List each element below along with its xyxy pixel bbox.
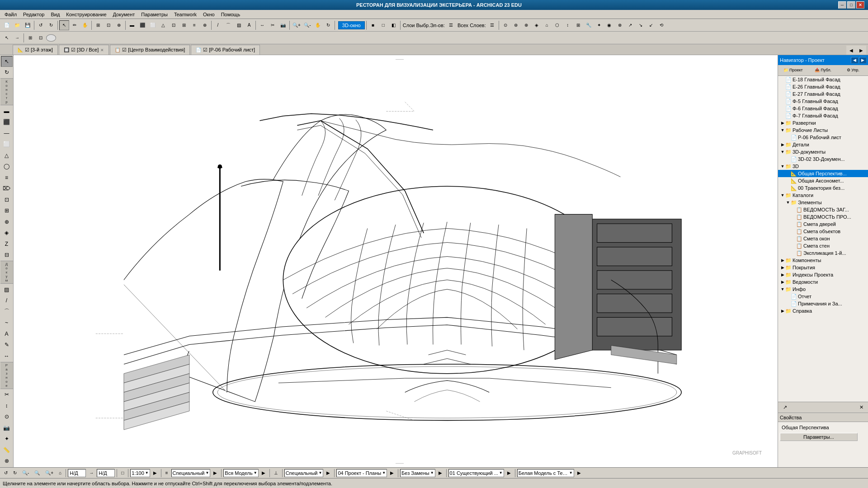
tool-text[interactable]: A bbox=[1, 328, 13, 339]
hand-tool[interactable]: ✋ bbox=[80, 20, 90, 30]
tool-door[interactable]: ⊡ bbox=[1, 194, 13, 205]
pen-next-button[interactable]: ▶ bbox=[324, 469, 332, 478]
tool-wall[interactable]: ▬ bbox=[1, 106, 13, 117]
save-btn[interactable]: 💾 bbox=[23, 20, 33, 30]
tool-stair[interactable]: ≡ bbox=[1, 172, 13, 183]
tool-sun[interactable]: ✦ bbox=[1, 434, 13, 445]
rnav-project[interactable]: 📁 Проект bbox=[778, 65, 808, 75]
tree-expand-icon[interactable]: ▼ bbox=[780, 192, 785, 198]
tree-item[interactable]: 📋Смета стен bbox=[778, 242, 868, 249]
story-next-button[interactable]: ▶ bbox=[388, 469, 396, 478]
tool-spline[interactable]: ~ bbox=[1, 318, 13, 328]
window-btn[interactable]: ⊞ bbox=[179, 20, 189, 30]
tool-arc[interactable]: ⌒ bbox=[1, 306, 13, 317]
orbit-btn[interactable]: ↻ bbox=[323, 20, 333, 30]
tree-item[interactable]: 📋ВЕДОМОСТЬ ЗАГ... bbox=[778, 206, 868, 213]
render-combo-dropdown[interactable]: Белая Модель с Тен...▼ bbox=[517, 469, 574, 477]
wall-btn[interactable]: ▬ bbox=[127, 20, 137, 30]
tool-shell[interactable]: ◯ bbox=[1, 161, 13, 172]
tool-roof[interactable]: △ bbox=[1, 150, 13, 161]
tree-expand-icon[interactable]: ▼ bbox=[780, 164, 785, 169]
menu-помощь[interactable]: Помощь bbox=[218, 11, 243, 18]
coord-x-field[interactable]: Н/Д bbox=[68, 469, 86, 477]
tree-item[interactable]: ▼📁Рабочие Листы bbox=[778, 127, 868, 134]
undo-button[interactable]: ↺ bbox=[2, 469, 10, 478]
panel-btn1[interactable]: ◀ bbox=[851, 57, 858, 63]
coord-next-button[interactable]: → bbox=[87, 469, 96, 478]
tree-item[interactable]: 📐Общая Аксономет... bbox=[778, 177, 868, 184]
zoom-fit-button[interactable]: 🔍 bbox=[32, 469, 42, 478]
tab-3d-close[interactable]: ✕ bbox=[100, 48, 104, 52]
tree-expand-icon[interactable]: ▶ bbox=[780, 258, 785, 263]
phase-next-button[interactable]: ▶ bbox=[505, 469, 513, 478]
s1[interactable]: ↖ bbox=[2, 33, 12, 43]
tree-expand-icon[interactable]: ▼ bbox=[780, 286, 785, 292]
render-next-button[interactable]: ▶ bbox=[575, 469, 583, 478]
t1[interactable]: ⊙ bbox=[500, 20, 510, 30]
zoom-in-button[interactable]: 🔍+ bbox=[43, 469, 56, 478]
tree-expand-icon[interactable]: ▶ bbox=[780, 265, 785, 270]
tree-expand-icon[interactable]: ▼ bbox=[785, 200, 791, 205]
menu-редактор[interactable]: Редактор bbox=[20, 11, 47, 18]
scale-dropdown[interactable]: 1:100▼ bbox=[130, 469, 150, 477]
redo-button[interactable]: ↻ bbox=[11, 469, 19, 478]
tree-expand-icon[interactable]: ▶ bbox=[780, 308, 785, 314]
tree-item[interactable]: ▶📁Компоненты bbox=[778, 257, 868, 264]
stair-btn[interactable]: ≡ bbox=[189, 20, 199, 30]
tree-item[interactable]: 📄Е-27 Главный Фасад bbox=[778, 90, 868, 98]
panel-open-btn[interactable]: ↗ bbox=[780, 403, 790, 413]
tool-column[interactable]: ⬛ bbox=[1, 117, 13, 128]
t12[interactable]: ⊗ bbox=[615, 20, 625, 30]
model-view-dropdown[interactable]: Вся Модель▼ bbox=[223, 469, 258, 477]
tree-item[interactable]: 📄Е-26 Главный Фасад bbox=[778, 83, 868, 90]
t5[interactable]: ⌂ bbox=[542, 20, 552, 30]
tool-beam[interactable]: — bbox=[1, 128, 13, 139]
tree-item[interactable]: 📄Ф-7 Главный Фасад bbox=[778, 112, 868, 119]
t10[interactable]: ✦ bbox=[594, 20, 604, 30]
tool-railing[interactable]: ⌦ bbox=[1, 183, 13, 194]
select-tool[interactable]: ↖ bbox=[59, 20, 69, 30]
layer-next-button[interactable]: ▶ bbox=[211, 469, 219, 478]
tree-item[interactable]: ▶📁Индексы Проекта bbox=[778, 271, 868, 278]
tab-3d[interactable]: 🔲 ☑ [3D / Все] ✕ bbox=[59, 45, 109, 55]
menu-окно[interactable]: Окно bbox=[200, 11, 217, 18]
camera-btn[interactable]: 📷 bbox=[278, 20, 288, 30]
tree-expand-icon[interactable]: ▶ bbox=[780, 272, 785, 277]
new-btn[interactable]: 📄 bbox=[2, 20, 12, 30]
t2[interactable]: ⊛ bbox=[511, 20, 521, 30]
tree-item[interactable]: ▶📁Справка bbox=[778, 307, 868, 314]
model-next-button[interactable]: ▶ bbox=[259, 469, 268, 478]
tree-item[interactable]: 📐00 Траектория без... bbox=[778, 184, 868, 192]
viewport[interactable]: GRAPHISOFT —— —— bbox=[14, 55, 778, 467]
tree-item[interactable]: ▶📁Развертки bbox=[778, 119, 868, 127]
t15[interactable]: ↙ bbox=[646, 20, 656, 30]
hidden-btn[interactable]: ◧ bbox=[389, 20, 399, 30]
rnav-manage[interactable]: ⚙ Упр. bbox=[838, 65, 868, 75]
redo-btn[interactable]: ↻ bbox=[46, 20, 56, 30]
dimension-btn[interactable]: ↔ bbox=[257, 20, 267, 30]
guides-btn[interactable]: ⊕ bbox=[114, 20, 124, 30]
solid-btn[interactable]: ■ bbox=[368, 20, 378, 30]
tree-item[interactable]: 📄Примечания и За... bbox=[778, 300, 868, 307]
text-btn[interactable]: A bbox=[244, 20, 254, 30]
tree-item[interactable]: 📄Ф-5 Главный Фасад bbox=[778, 98, 868, 105]
tree-item[interactable]: ▼📁3D-документы bbox=[778, 148, 868, 155]
menu-файл[interactable]: Файл bbox=[2, 11, 19, 18]
fill-btn[interactable]: ▨ bbox=[234, 20, 244, 30]
t11[interactable]: ◉ bbox=[604, 20, 614, 30]
tab-floor3[interactable]: 📐 ☑ [3-й этаж] bbox=[13, 45, 58, 55]
tree-item[interactable]: ▶📁Покрытия bbox=[778, 264, 868, 271]
zoom-in-btn[interactable]: 🔍+ bbox=[291, 20, 302, 30]
s4[interactable]: ⊡ bbox=[36, 33, 46, 43]
snap-btn[interactable]: ⊡ bbox=[104, 20, 113, 30]
replace-next-button[interactable]: ▶ bbox=[436, 469, 444, 478]
tool-label[interactable]: ✎ bbox=[1, 340, 13, 351]
panel-close-btn[interactable]: ✕ bbox=[856, 403, 866, 413]
menu-параметры[interactable]: Параметры bbox=[138, 11, 170, 18]
tab-nav-next[interactable]: ▶ bbox=[856, 46, 866, 55]
view-3d-btn[interactable]: 3D-окно bbox=[338, 21, 365, 29]
tree-item[interactable]: 📐Общая Перспектив... bbox=[778, 170, 868, 177]
t13[interactable]: ↗ bbox=[625, 20, 635, 30]
tool-arrow[interactable]: ↖ bbox=[1, 56, 13, 67]
snap-button[interactable]: □ bbox=[119, 469, 126, 478]
